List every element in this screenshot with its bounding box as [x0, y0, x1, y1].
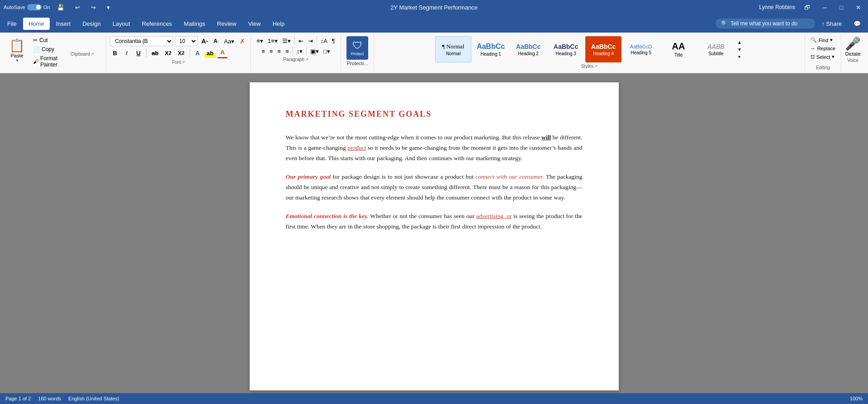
- protect-icon: 🛡: [352, 40, 362, 52]
- italic-button[interactable]: I: [122, 48, 132, 58]
- title-bar-left: AutoSave On 💾 ↩ ↪ ▾: [4, 2, 114, 13]
- editing-group: 🔍 Find ▾ ↔ Replace ⊡ Select ▾ Editing: [805, 34, 841, 72]
- borders-button[interactable]: □▾: [322, 47, 332, 56]
- font-group: Constantia (B 10 A+ A- Aa▾ ✗ B I U ab X2…: [106, 34, 251, 72]
- replace-button[interactable]: ↔ Replace: [809, 45, 837, 52]
- paragraph-2[interactable]: Our primary goal for package design is t…: [286, 172, 583, 203]
- strikethrough-button[interactable]: ab: [149, 48, 161, 58]
- menu-design[interactable]: Design: [77, 18, 106, 30]
- search-bar[interactable]: 🔍 Tell me what you want to do: [716, 19, 815, 29]
- close-button[interactable]: ✕: [852, 2, 864, 13]
- sort-button[interactable]: ↕A: [319, 37, 329, 45]
- style-h5-button[interactable]: AaBbCcD Heading 5: [623, 36, 659, 62]
- subscript-button[interactable]: X2: [162, 48, 174, 58]
- decrease-font-button[interactable]: A-: [212, 37, 220, 45]
- para-separator4: [306, 47, 307, 56]
- protect-group[interactable]: 🛡 Protect Protecti...: [341, 34, 375, 72]
- clear-format-button[interactable]: ✗: [238, 37, 247, 46]
- highlight-button[interactable]: ab: [204, 48, 216, 58]
- copy-button[interactable]: 📄 Copy: [31, 45, 59, 53]
- multilevel-button[interactable]: ☰▾: [280, 37, 293, 45]
- menu-bar: File Home Insert Design Layout Reference…: [0, 14, 868, 33]
- select-button[interactable]: ⊡ Select ▾: [809, 53, 837, 61]
- styles-more[interactable]: ▾: [735, 53, 744, 60]
- style-h1-button[interactable]: AaBbCc Heading 1: [473, 36, 509, 62]
- styles-expand[interactable]: ↗: [594, 64, 598, 68]
- style-h3-button[interactable]: AaBbCc Heading 3: [548, 36, 584, 62]
- decrease-indent-button[interactable]: ⇤: [297, 37, 305, 45]
- undo-button[interactable]: ↩: [71, 2, 84, 13]
- styles-scroll-up[interactable]: ▲: [735, 39, 744, 46]
- change-case-button[interactable]: Aa▾: [222, 37, 236, 46]
- menu-file[interactable]: File: [2, 18, 22, 30]
- font-color-button[interactable]: A: [218, 48, 228, 58]
- font-expand[interactable]: ↗: [182, 60, 185, 64]
- style-title-preview: AA: [672, 41, 685, 52]
- clipboard-label: Clipboard ↗: [61, 38, 103, 70]
- menu-home[interactable]: Home: [23, 18, 50, 30]
- align-left-button[interactable]: ≡: [260, 47, 267, 56]
- increase-font-button[interactable]: A+: [199, 37, 210, 46]
- line-spacing-button[interactable]: ↕▾: [295, 47, 305, 56]
- font-label: Font ↗: [110, 60, 247, 65]
- font-row1: Constantia (B 10 A+ A- Aa▾ ✗: [110, 36, 247, 46]
- style-h2-preview: AaBbCc: [516, 43, 541, 50]
- save-button[interactable]: 💾: [53, 2, 68, 13]
- paragraph-3[interactable]: Emotional connection is the key. Whether…: [286, 211, 583, 232]
- para-separator2: [317, 36, 317, 45]
- justify-button[interactable]: ≡: [284, 47, 291, 56]
- paste-dropdown-arrow: ▾: [16, 58, 18, 62]
- font-family-select[interactable]: Constantia (B: [110, 36, 173, 46]
- increase-indent-button[interactable]: ⇥: [306, 37, 315, 45]
- paste-button[interactable]: 📋 Paste ▾: [6, 36, 28, 70]
- menu-view[interactable]: View: [242, 18, 266, 30]
- style-h2-button[interactable]: AaBbCc Heading 2: [510, 36, 546, 62]
- underline-button[interactable]: U: [133, 48, 143, 58]
- styles-group: ¶ Normal Normal AaBbCc Heading 1 AaBbCc …: [374, 34, 805, 72]
- cut-button[interactable]: ✂ Cut: [31, 36, 59, 44]
- style-subtitle-button[interactable]: AABB Subtitle: [698, 36, 734, 62]
- align-center-button[interactable]: ≡: [268, 47, 275, 56]
- redo-button[interactable]: ↪: [87, 2, 100, 13]
- format-painter-label: Format Painter: [40, 55, 57, 68]
- advertising-link[interactable]: advertising, or: [476, 213, 512, 219]
- minimize-button[interactable]: ─: [819, 2, 830, 13]
- autosave-switch[interactable]: [27, 4, 42, 10]
- menu-insert[interactable]: Insert: [51, 18, 76, 30]
- style-h4-button[interactable]: AaBbCc Heading 4: [585, 36, 621, 62]
- format-painter-button[interactable]: 🖌 Format Painter: [31, 54, 59, 69]
- bullets-button[interactable]: ≡▾: [255, 37, 265, 45]
- doc-page[interactable]: MARKETING SEGMENT GOALS We know that we’…: [250, 82, 619, 390]
- comments-button[interactable]: 💬: [848, 18, 866, 30]
- numbering-button[interactable]: 1≡▾: [266, 37, 280, 45]
- paragraph-expand[interactable]: ↗: [305, 57, 308, 62]
- superscript-button[interactable]: X2: [175, 48, 187, 58]
- customize-toolbar-button[interactable]: ▾: [103, 2, 114, 13]
- menu-mailings[interactable]: Mailings: [178, 18, 211, 30]
- show-hide-button[interactable]: ¶: [330, 37, 337, 45]
- menu-review[interactable]: Review: [212, 18, 242, 30]
- text-effects-button[interactable]: A: [193, 48, 203, 58]
- shading-button[interactable]: ▣▾: [308, 47, 321, 56]
- clipboard-expand[interactable]: ↗: [91, 52, 94, 56]
- style-normal-button[interactable]: ¶ Normal Normal: [435, 36, 471, 62]
- style-title-button[interactable]: AA Title: [660, 36, 697, 62]
- styles-scroll-down[interactable]: ▼: [735, 46, 744, 53]
- menu-layout[interactable]: Layout: [107, 18, 136, 30]
- align-right-button[interactable]: ≡: [275, 47, 283, 56]
- protect-icon-box: 🛡 Protect: [346, 36, 369, 60]
- autosave-toggle[interactable]: AutoSave On: [4, 4, 50, 10]
- para-separator3: [293, 47, 293, 56]
- share-button[interactable]: ↑ Share: [816, 18, 847, 30]
- menu-references[interactable]: References: [137, 18, 177, 30]
- bold-button[interactable]: B: [110, 48, 120, 58]
- paragraph-1[interactable]: We know that we’re not the most cutting-…: [286, 133, 583, 164]
- font-size-select[interactable]: 10: [175, 36, 198, 46]
- product-link[interactable]: product: [347, 144, 366, 151]
- voice-group[interactable]: 🎤 Dictate Voice: [841, 34, 864, 72]
- menu-help[interactable]: Help: [267, 18, 290, 30]
- status-bar: Page 1 of 2 160 words English (United St…: [0, 393, 868, 404]
- find-button[interactable]: 🔍 Find ▾: [809, 36, 835, 44]
- maximize-button[interactable]: □: [836, 2, 847, 13]
- restore-button[interactable]: 🗗: [801, 2, 814, 13]
